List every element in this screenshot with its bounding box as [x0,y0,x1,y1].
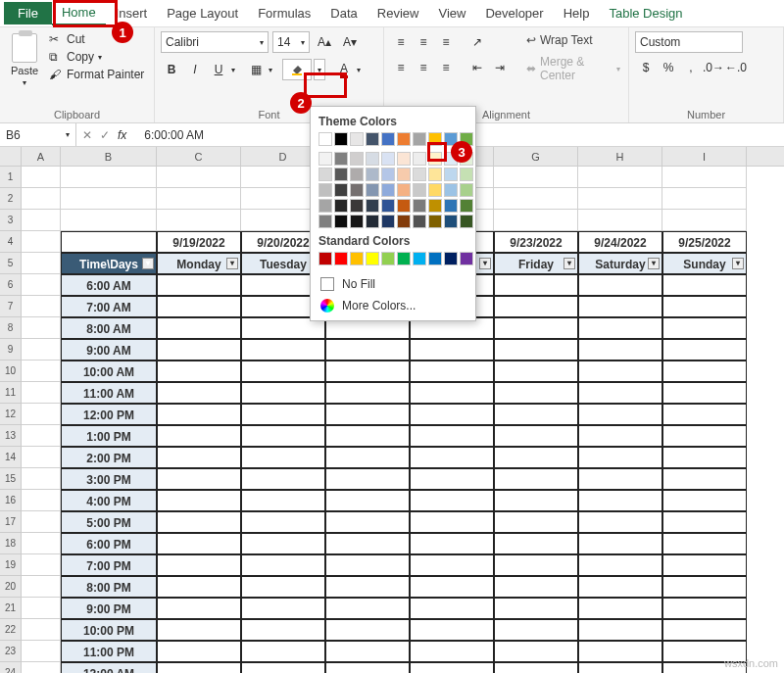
filter-dropdown-icon[interactable]: ▾ [648,258,660,269]
tab-data[interactable]: Data [320,2,367,24]
align-middle-button[interactable]: ≡ [413,31,434,53]
time-cell[interactable]: 2:00 PM [61,447,157,468]
name-box[interactable]: B6▾ [0,123,76,146]
cell[interactable] [662,317,747,339]
color-swatch[interactable] [350,132,364,146]
time-cell[interactable]: 9:00 PM [61,598,157,619]
tab-insert[interactable]: Insert [106,2,158,24]
color-swatch[interactable] [428,183,442,197]
color-swatch[interactable] [413,199,426,213]
color-swatch[interactable] [366,132,379,146]
cell[interactable] [578,447,662,468]
row-header[interactable]: 16 [0,490,22,511]
cell[interactable] [494,167,578,188]
row-header[interactable]: 14 [0,447,22,468]
merge-center-button[interactable]: ⬌Merge & Center▾ [524,53,622,84]
cell[interactable] [578,188,662,210]
cell[interactable] [410,662,494,673]
tab-formulas[interactable]: Formulas [248,2,320,24]
fill-color-button[interactable] [282,59,312,80]
cell[interactable] [662,210,747,231]
cell[interactable]: Friday▾ [494,253,578,274]
cell[interactable] [662,468,747,490]
cell[interactable] [22,317,61,339]
fx-icon[interactable]: fx [118,128,126,142]
row-header[interactable]: 7 [0,296,22,317]
cell[interactable] [241,404,325,425]
cell[interactable] [662,554,747,576]
time-cell[interactable]: 7:00 AM [61,296,157,317]
cell[interactable] [325,662,410,673]
color-swatch[interactable] [428,252,442,265]
time-cell[interactable]: 12:00 PM [61,404,157,425]
color-swatch[interactable] [318,183,332,197]
color-swatch[interactable] [397,183,411,197]
time-cell[interactable]: 11:00 PM [61,641,157,662]
number-format-combo[interactable]: Custom [635,31,743,53]
cell[interactable] [22,490,61,511]
color-swatch[interactable] [428,132,442,146]
color-swatch[interactable] [413,152,426,166]
filter-dropdown-icon[interactable]: ▾ [564,258,575,269]
cell[interactable] [578,554,662,576]
color-swatch[interactable] [381,183,395,197]
color-swatch[interactable] [334,152,348,166]
cell[interactable] [241,598,325,619]
cell[interactable] [157,662,241,673]
time-cell[interactable]: 10:00 AM [61,361,157,382]
cell[interactable] [157,317,241,339]
color-swatch[interactable] [444,183,458,197]
table-corner[interactable]: Time\Days▾ [61,253,157,274]
cell[interactable] [157,576,241,598]
tab-developer[interactable]: Developer [475,2,553,24]
cell[interactable] [494,317,578,339]
italic-button[interactable]: I [184,59,206,80]
indent-increase-button[interactable]: ⇥ [489,57,511,78]
cell[interactable] [494,361,578,382]
cell[interactable] [241,425,325,447]
color-swatch[interactable] [413,215,426,228]
column-header[interactable]: C [157,147,241,166]
cell[interactable] [662,598,747,619]
cell[interactable] [241,339,325,361]
color-swatch[interactable] [334,215,348,228]
cell[interactable] [578,598,662,619]
column-header[interactable]: H [578,147,662,166]
cell[interactable] [157,511,241,533]
cell[interactable] [157,425,241,447]
cell[interactable] [22,662,61,673]
cell[interactable] [157,447,241,468]
cell[interactable] [61,167,157,188]
cell[interactable] [157,533,241,554]
color-swatch[interactable] [366,199,379,213]
cell[interactable] [410,468,494,490]
cell[interactable] [494,382,578,404]
cell[interactable] [325,447,410,468]
color-swatch[interactable] [413,252,426,265]
cell[interactable] [61,210,157,231]
cell[interactable] [241,641,325,662]
cell[interactable] [410,554,494,576]
cell[interactable] [157,598,241,619]
color-swatch[interactable] [381,152,395,166]
cell[interactable] [410,339,494,361]
color-swatch[interactable] [381,215,395,228]
row-header[interactable]: 2 [0,188,22,210]
cell[interactable] [22,619,61,641]
cell[interactable] [578,490,662,511]
cell[interactable] [22,167,61,188]
cell[interactable] [578,662,662,673]
cell[interactable] [241,533,325,554]
row-header[interactable]: 5 [0,253,22,274]
filter-dropdown-icon[interactable]: ▾ [479,258,491,269]
cell[interactable] [662,296,747,317]
color-swatch[interactable] [334,199,348,213]
time-cell[interactable]: 6:00 PM [61,533,157,554]
cell[interactable] [410,382,494,404]
cell[interactable] [157,382,241,404]
row-header[interactable]: 19 [0,554,22,576]
time-cell[interactable]: 10:00 PM [61,619,157,641]
time-cell[interactable]: 11:00 AM [61,382,157,404]
cell[interactable] [662,533,747,554]
cell[interactable] [157,210,241,231]
